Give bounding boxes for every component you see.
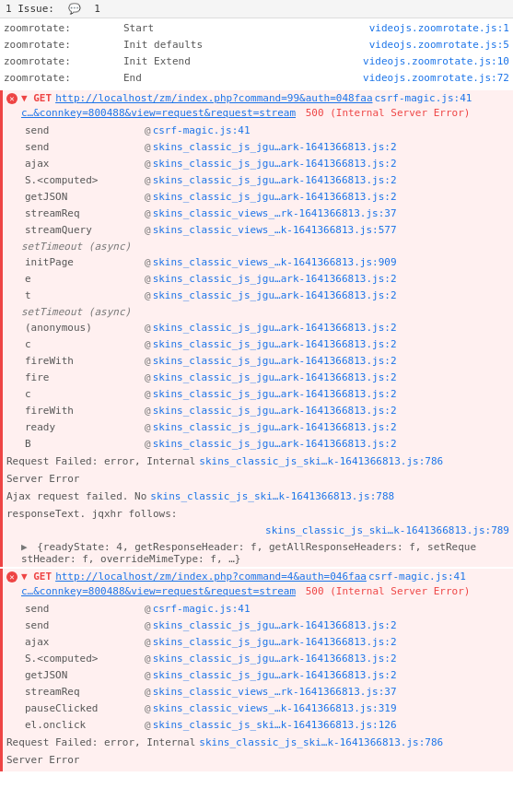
stack-key: send [6,602,145,617]
stack-key: ready [6,420,145,435]
stack-link[interactable]: skins_classic_js_jgu…ark-1641366813.js:2 [153,337,397,352]
stack-row: (anonymous) @ skins_classic_js_jgu…ark-1… [3,320,513,336]
expand-object[interactable]: ▶ {readyState: 4, getResponseHeader: f, … [3,539,513,567]
stack-link[interactable]: skins_classic_js_jgu…ark-1641366813.js:2 [153,272,397,287]
stack-link[interactable]: skins_classic_js_jgu…ark-1641366813.js:2 [153,321,397,335]
top-log-section: zoomrotate: Start videojs.zoomrotate.js:… [0,18,513,88]
stack-key: fireWith [6,404,145,418]
stack-link[interactable]: skins_classic_js_jgu…ark-1641366813.js:2 [153,437,397,452]
error-block-1: ✕ ▼ GET http://localhost/zm/index.php?co… [0,90,513,567]
issue-count-badge: 1 [94,3,100,15]
stack-link[interactable]: skins_classic_js_jgu…ark-1641366813.js:2 [153,652,397,666]
stack-link[interactable]: skins_classic_js_jgu…ark-1641366813.js:2 [153,387,397,402]
stack-key: streamQuery [6,223,145,238]
stack-row: ajax @ skins_classic_js_jgu…ark-16413668… [3,634,513,651]
stack-row: ajax @ skins_classic_js_jgu…ark-16413668… [3,156,513,172]
stack-key: send [6,140,145,155]
stack-link[interactable]: skins_classic_js_jgu…ark-1641366813.js:2 [153,404,397,418]
log-key: zoomrotate: [4,21,123,36]
stack-row: S.<computed> @ skins_classic_js_jgu…ark-… [3,651,513,667]
stack-key: streamReq [6,206,145,221]
log-link[interactable]: videojs.zoomrotate.js:10 [363,54,509,69]
error-header-2: ✕ ▼ GET http://localhost/zm/index.php?co… [3,569,513,584]
stack-link[interactable]: skins_classic_js_jgu…ark-1641366813.js:2 [153,173,397,188]
stack-key: ajax [6,157,145,171]
failed-line-2: Request Failed: error, Internal skins_cl… [3,734,513,752]
stack-link[interactable]: skins_classic_js_jgu…ark-1641366813.js:2 [153,420,397,435]
stack-key: pauseClicked [6,701,145,716]
stack-key: send [6,618,145,633]
error-block-2: ✕ ▼ GET http://localhost/zm/index.php?co… [0,569,513,771]
stack-key: fire [6,371,145,385]
jqxhr-label: responseText. jqxhr follows: [3,506,513,523]
stack-row: getJSON @ skins_classic_js_jgu…ark-16413… [3,667,513,684]
stack-key: send [6,124,145,138]
ajax-label: Ajax request failed. No [6,489,146,504]
error-status-2: 500 (Internal Server Error) [306,585,471,597]
stack-row: pauseClicked @ skins_classic_views_…k-16… [3,700,513,717]
stack-row: getJSON @ skins_classic_js_jgu…ark-16413… [3,189,513,206]
jqxhr-link-line: skins_classic_js_ski…k-1641366813.js:789 [3,523,513,539]
stack-link[interactable]: skins_classic_js_jgu…ark-1641366813.js:2 [153,288,397,303]
chat-icon: 💬 [68,3,81,15]
stack-row: send @ csrf-magic.js:41 [3,601,513,618]
error-source-link[interactable]: csrf-magic.js:41 [375,92,472,104]
ajax-link[interactable]: skins_classic_js_ski…k-1641366813.js:788 [150,489,394,504]
stack-link[interactable]: csrf-magic.js:41 [153,602,251,617]
stack-row: send @ skins_classic_js_jgu…ark-16413668… [3,139,513,156]
stack-key: B [6,437,145,452]
stack-link[interactable]: skins_classic_js_jgu…ark-1641366813.js:2 [153,140,397,155]
async-label-1: setTimeout (async) [3,239,513,254]
stack-key: getJSON [6,668,145,683]
failed-link[interactable]: skins_classic_js_ski…k-1641366813.js:786 [199,454,443,469]
failed-link-2[interactable]: skins_classic_js_ski…k-1641366813.js:786 [199,736,443,750]
stack-row: streamReq @ skins_classic_views_…rk-1641… [3,206,513,222]
stack-link[interactable]: skins_classic_js_jgu…ark-1641366813.js:2 [153,668,397,683]
stack-row: ready @ skins_classic_js_jgu…ark-1641366… [3,419,513,436]
issue-label: 1 Issue: [6,3,54,15]
stack-row: c @ skins_classic_js_jgu…ark-1641366813.… [3,386,513,403]
stack-key: streamReq [6,685,145,700]
log-link[interactable]: videojs.zoomrotate.js:5 [369,38,509,53]
jqxhr-source-link[interactable]: skins_classic_js_ski…k-1641366813.js:789 [265,524,509,538]
stack-link[interactable]: skins_classic_js_jgu…ark-1641366813.js:2 [153,354,397,369]
server-error-label: Server Error [3,471,513,488]
stack-link[interactable]: skins_classic_js_jgu…ark-1641366813.js:2 [153,157,397,171]
stack-key: c [6,387,145,402]
error-url[interactable]: http://localhost/zm/index.php?command=99… [55,92,372,104]
stack-key: t [6,288,145,303]
stack-row: e @ skins_classic_js_jgu…ark-1641366813.… [3,271,513,288]
stack-link[interactable]: skins_classic_js_jgu…ark-1641366813.js:2 [153,635,397,650]
error-source-link-2[interactable]: csrf-magic.js:41 [368,571,466,583]
log-value: End [123,71,363,86]
failed-line-1: Request Failed: error, Internal skins_cl… [3,453,513,471]
log-line: zoomrotate: Init Extend videojs.zoomrota… [0,53,513,70]
log-link[interactable]: videojs.zoomrotate.js:1 [369,21,509,36]
stack-link[interactable]: skins_classic_js_jgu…ark-1641366813.js:2 [153,190,397,205]
stack-link[interactable]: skins_classic_views_…rk-1641366813.js:37 [153,206,397,221]
stack-row: send @ skins_classic_js_jgu…ark-16413668… [3,618,513,634]
stack-link[interactable]: skins_classic_views_…k-1641366813.js:319 [153,701,397,716]
error-url-cont-2[interactable]: c…&connkey=800488&view=request&request=s… [21,585,296,597]
log-link[interactable]: videojs.zoomrotate.js:72 [363,71,509,86]
log-key: zoomrotate: [4,38,123,53]
stack-link[interactable]: skins_classic_views_…rk-1641366813.js:37 [153,685,397,700]
failed-label-2: Request Failed: error, Internal [6,736,195,750]
stack-row: c @ skins_classic_js_jgu…ark-1641366813.… [3,336,513,353]
error-method: ▼ GET [21,92,52,104]
stack-row: streamQuery @ skins_classic_views_…k-164… [3,222,513,239]
stack-link[interactable]: skins_classic_js_jgu…ark-1641366813.js:2 [153,371,397,385]
stack-link[interactable]: skins_classic_js_jgu…ark-1641366813.js:2 [153,618,397,633]
error-header-1: ✕ ▼ GET http://localhost/zm/index.php?co… [3,90,513,106]
stack-link[interactable]: skins_classic_views_…k-1641366813.js:577 [153,223,397,238]
error-url-2[interactable]: http://localhost/zm/index.php?command=4&… [55,571,367,583]
log-value: Init defaults [123,38,369,53]
stack-link[interactable]: csrf-magic.js:41 [153,124,251,138]
stack-link[interactable]: skins_classic_views_…k-1641366813.js:909 [153,255,397,270]
error-url-cont[interactable]: c…&connkey=800488&view=request&request=s… [21,107,296,119]
error-indicator-2: ✕ [6,571,17,583]
stack-link[interactable]: skins_classic_js_ski…k-1641366813.js:126 [153,718,397,733]
stack-key: c [6,337,145,352]
stack-key: initPage [6,255,145,270]
log-line: zoomrotate: Init defaults videojs.zoomro… [0,37,513,53]
